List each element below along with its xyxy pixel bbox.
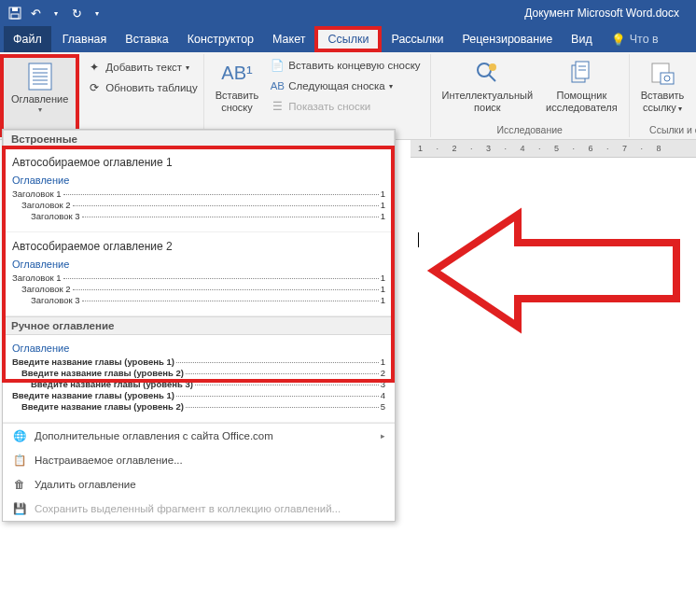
- smart-lookup-icon: [472, 58, 502, 88]
- gallery-item-title: Автособираемое оглавление 2: [12, 240, 385, 253]
- toc-line: Заголовок 31: [12, 295, 385, 305]
- tell-me[interactable]: 💡Что в: [602, 26, 668, 52]
- link-small-1[interactable]: 🔖: [691, 58, 696, 77]
- bulb-icon: 💡: [611, 33, 626, 47]
- gallery-preview: Оглавление Введите название главы (урове…: [12, 343, 385, 412]
- research-group-label: Исследование: [496, 124, 563, 137]
- toc-line: Введите название главы (уровень 1)1: [12, 357, 385, 367]
- tab-layout[interactable]: Макет: [263, 26, 314, 52]
- toc-line: Введите название главы (уровень 2)2: [12, 368, 385, 378]
- svg-rect-1: [12, 7, 18, 11]
- office-icon: 🌐: [12, 428, 27, 443]
- toc-line: Заголовок 31: [12, 211, 385, 221]
- save-selection-icon: 💾: [12, 501, 27, 516]
- add-text-button[interactable]: ✦Добавить текст▾: [83, 58, 201, 77]
- toc-icon: [25, 62, 55, 91]
- tab-home[interactable]: Главная: [53, 26, 117, 52]
- insert-endnote-button[interactable]: 📄Вставить концевую сноску: [266, 56, 424, 75]
- insert-link-button[interactable]: Вставитьссылку ▾: [635, 56, 690, 115]
- ribbon-group-footnotes: AB¹ Вставитьсноску 📄Вставить концевую сн…: [204, 54, 431, 137]
- ribbon-group-research: Интеллектуальныйпоиск Помощникисследоват…: [431, 54, 630, 137]
- insert-link-icon: [647, 58, 677, 88]
- undo-icon[interactable]: ↶: [28, 6, 43, 21]
- save-selection-button[interactable]: 💾 Сохранить выделенный фрагмент в коллек…: [3, 497, 395, 521]
- tab-mailings[interactable]: Рассылки: [382, 26, 452, 52]
- toc-line: Введите название главы (уровень 3)3: [12, 379, 385, 389]
- toc-line: Заголовок 21: [12, 200, 385, 210]
- toc-line: Введите название главы (уровень 2)5: [12, 401, 385, 412]
- remove-icon: 🗑: [12, 477, 27, 492]
- qat-more-icon[interactable]: ▾: [90, 6, 104, 21]
- custom-toc-button[interactable]: 📋 Настраиваемое оглавление...: [3, 448, 395, 472]
- document-title: Документ Microsoft Word.docx: [104, 7, 689, 20]
- researcher-button[interactable]: Помощникисследователя: [540, 56, 623, 115]
- gallery-item-auto2[interactable]: Автособираемое оглавление 2 Оглавление З…: [3, 232, 395, 316]
- next-footnote-icon: AB: [270, 78, 285, 93]
- remove-toc-button[interactable]: 🗑 Удалить оглавление: [3, 472, 395, 497]
- toc-button[interactable]: Оглавление ▾: [0, 54, 79, 137]
- gallery-item-manual[interactable]: Оглавление Введите название главы (урове…: [3, 335, 395, 423]
- menubar: Файл Главная Вставка Конструктор Макет С…: [0, 26, 696, 52]
- titlebar: ↶ ▾ ↻ ▾ Документ Microsoft Word.docx: [0, 0, 696, 26]
- gallery-item-title: Автособираемое оглавление 1: [12, 156, 385, 169]
- quick-access-toolbar: ↶ ▾ ↻ ▾: [7, 6, 104, 21]
- researcher-icon: [566, 58, 596, 88]
- save-icon[interactable]: [7, 6, 22, 21]
- redo-icon[interactable]: ↻: [69, 6, 84, 21]
- tab-design[interactable]: Конструктор: [178, 26, 263, 52]
- ribbon-group-toc: Оглавление ▾ ✦Добавить текст▾ ⟳Обновить …: [0, 54, 204, 137]
- annotation-arrow-left: [425, 205, 686, 339]
- gallery-preview: Оглавление Заголовок 11Заголовок 21Загол…: [12, 259, 385, 305]
- gallery-footer: 🌐 Дополнительные оглавления с сайта Offi…: [3, 423, 395, 521]
- tab-review[interactable]: Рецензирование: [453, 26, 563, 52]
- insert-footnote-button[interactable]: AB¹ Вставитьсноску: [210, 56, 265, 115]
- chevron-down-icon[interactable]: ▾: [49, 6, 63, 21]
- add-text-icon: ✦: [87, 60, 102, 75]
- more-from-office-button[interactable]: 🌐 Дополнительные оглавления с сайта Offi…: [3, 424, 395, 448]
- toc-line: Заголовок 11: [12, 273, 385, 283]
- tab-insert[interactable]: Вставка: [116, 26, 177, 52]
- next-footnote-button[interactable]: ABСледующая сноска ▾: [266, 77, 424, 95]
- update-table-button[interactable]: ⟳Обновить таблицу: [83, 78, 201, 97]
- svg-line-10: [489, 75, 495, 81]
- gallery-item-auto1[interactable]: Автособираемое оглавление 1 Оглавление З…: [3, 148, 395, 232]
- toc-line: Введите название главы (уровень 1)4: [12, 390, 385, 400]
- svg-point-9: [478, 63, 491, 77]
- gallery-preview: Оглавление Заголовок 11Заголовок 21Загол…: [12, 175, 385, 221]
- tab-file[interactable]: Файл: [4, 26, 51, 52]
- ribbon-group-links: Вставитьссылку ▾ 🔖 🔗 Ссылки и с: [630, 54, 696, 137]
- toc-line: Заголовок 11: [12, 189, 385, 199]
- footnote-icon: AB¹: [222, 58, 252, 88]
- endnote-icon: 📄: [270, 58, 285, 73]
- svg-point-11: [489, 63, 496, 71]
- chevron-down-icon: ▾: [38, 105, 42, 114]
- custom-toc-icon: 📋: [12, 453, 27, 468]
- ribbon: Оглавление ▾ ✦Добавить текст▾ ⟳Обновить …: [0, 52, 696, 140]
- smart-lookup-button[interactable]: Интеллектуальныйпоиск: [437, 56, 538, 115]
- svg-rect-17: [661, 73, 674, 84]
- toc-gallery-dropdown: Встроенные Автособираемое оглавление 1 О…: [2, 129, 396, 522]
- refresh-icon: ⟳: [87, 80, 102, 95]
- ruler: 1 · 2 · 3 · 4 · 5 · 6 · 7 · 8: [411, 140, 696, 157]
- show-notes-button[interactable]: ☰Показать сноски: [266, 97, 424, 116]
- toc-label: Оглавление: [11, 93, 68, 105]
- chevron-right-icon: ▸: [381, 431, 385, 441]
- svg-rect-2: [11, 14, 19, 19]
- tab-view[interactable]: Вид: [562, 26, 602, 52]
- links-group-label: Ссылки и с: [649, 124, 696, 137]
- gallery-header-builtin: Встроенные: [3, 130, 395, 148]
- gallery-header-manual: Ручное оглавление: [3, 316, 395, 335]
- toc-line: Заголовок 21: [12, 284, 385, 294]
- show-notes-icon: ☰: [270, 99, 285, 114]
- tab-references[interactable]: Ссылки: [314, 26, 382, 52]
- link-small-2[interactable]: 🔗: [691, 78, 696, 97]
